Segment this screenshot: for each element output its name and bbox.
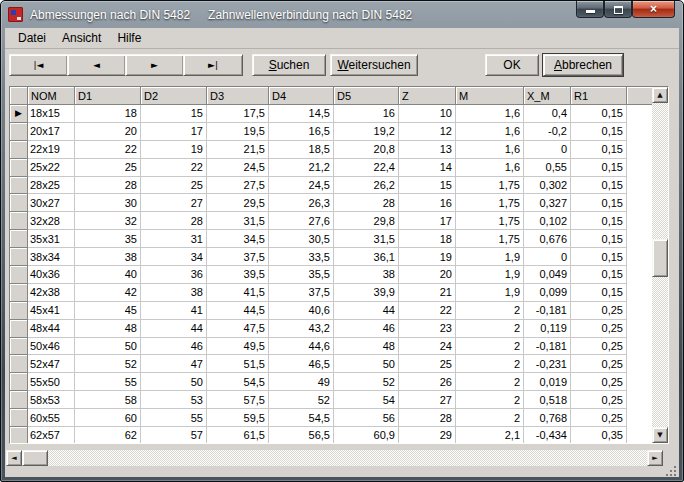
cell-x_m[interactable]: -0,434 [524,427,571,443]
cell-d4[interactable]: 43,2 [269,320,334,338]
cell-d2[interactable]: 31 [141,230,207,248]
column-header-d4[interactable]: D4 [269,87,334,105]
cell-d5[interactable]: 54 [334,391,399,409]
table-row[interactable]: 42x38423841,537,539,9211,90,0990,15 [10,284,652,302]
table-row[interactable]: 58x53585357,552542720,5180,25 [10,391,652,409]
next-record-button[interactable]: ► [125,54,184,76]
row-selector[interactable] [10,123,28,141]
cell-z[interactable]: 29 [399,427,456,443]
table-row[interactable]: 50x46504649,544,648242-0,1810,25 [10,338,652,356]
cell-m[interactable]: 1,75 [456,230,524,248]
cell-d3[interactable]: 57,5 [207,391,269,409]
cell-z[interactable]: 19 [399,248,456,266]
scroll-up-button[interactable]: ▲ [652,87,668,103]
cell-r1[interactable]: 0,15 [571,266,627,284]
row-selector[interactable] [10,391,28,409]
cell-d4[interactable]: 24,5 [269,177,334,195]
table-row[interactable]: 28x25282527,524,526,2151,750,3020,15 [10,177,652,195]
row-selector[interactable] [10,427,28,443]
cell-d4[interactable]: 26,3 [269,194,334,212]
cell-d3[interactable]: 21,5 [207,141,269,159]
row-selector[interactable] [10,284,28,302]
column-header-d5[interactable]: D5 [334,87,399,105]
cell-r1[interactable]: 0,25 [571,320,627,338]
cell-nom[interactable]: 60x55 [28,409,75,427]
cell-x_m[interactable]: 0,55 [524,159,571,177]
cell-x_m[interactable]: -0,181 [524,338,571,356]
cell-d2[interactable]: 19 [141,141,207,159]
cell-m[interactable]: 2 [456,355,524,373]
cell-d5[interactable]: 56 [334,409,399,427]
cell-x_m[interactable]: 0,099 [524,284,571,302]
cell-m[interactable]: 2 [456,302,524,320]
row-selector[interactable] [10,230,28,248]
cell-d2[interactable]: 34 [141,248,207,266]
table-row[interactable]: 30x27302729,526,328161,750,3270,15 [10,194,652,212]
cell-d2[interactable]: 38 [141,284,207,302]
cell-z[interactable]: 10 [399,105,456,123]
cell-nom[interactable]: 38x34 [28,248,75,266]
cell-d3[interactable]: 51,5 [207,355,269,373]
cell-z[interactable]: 22 [399,302,456,320]
cell-z[interactable]: 17 [399,212,456,230]
cell-d3[interactable]: 49,5 [207,338,269,356]
cell-r1[interactable]: 0,25 [571,338,627,356]
cell-d1[interactable]: 48 [75,320,141,338]
cell-m[interactable]: 1,6 [456,141,524,159]
cell-d3[interactable]: 27,5 [207,177,269,195]
cell-d1[interactable]: 62 [75,427,141,443]
cell-d4[interactable]: 49 [269,373,334,391]
cell-m[interactable]: 1,6 [456,123,524,141]
table-row[interactable]: 60x55605559,554,5562820,7680,25 [10,409,652,427]
cell-x_m[interactable]: 0,019 [524,373,571,391]
horizontal-scroll-thumb[interactable] [22,450,48,466]
column-header-z[interactable]: Z [399,87,456,105]
cell-z[interactable]: 20 [399,266,456,284]
cell-d5[interactable]: 38 [334,266,399,284]
table-row[interactable]: 40x36403639,535,538201,90,0490,15 [10,266,652,284]
horizontal-scroll-track[interactable] [22,450,647,466]
cell-d3[interactable]: 41,5 [207,284,269,302]
cell-d1[interactable]: 52 [75,355,141,373]
cell-r1[interactable]: 0,15 [571,105,627,123]
cell-x_m[interactable]: 0,518 [524,391,571,409]
cell-d5[interactable]: 60,9 [334,427,399,443]
row-selector[interactable] [10,409,28,427]
cell-d5[interactable]: 44 [334,302,399,320]
column-header-d3[interactable]: D3 [207,87,269,105]
cell-r1[interactable]: 0,15 [571,284,627,302]
cell-d3[interactable]: 59,5 [207,409,269,427]
row-selector[interactable] [10,338,28,356]
cell-z[interactable]: 15 [399,177,456,195]
vertical-scrollbar[interactable]: ▲ ▼ [652,87,668,443]
cell-r1[interactable]: 0,15 [571,123,627,141]
cell-r1[interactable]: 0,15 [571,194,627,212]
cell-d4[interactable]: 18,5 [269,141,334,159]
cell-x_m[interactable]: 0,4 [524,105,571,123]
scroll-down-button[interactable]: ▼ [652,427,668,443]
row-selector[interactable] [10,177,28,195]
cell-x_m[interactable]: 0,119 [524,320,571,338]
ok-button[interactable]: OK [485,54,539,76]
cell-d4[interactable]: 54,5 [269,409,334,427]
row-selector[interactable] [10,373,28,391]
cell-m[interactable]: 2 [456,373,524,391]
cell-d4[interactable]: 14,5 [269,105,334,123]
cell-d2[interactable]: 36 [141,266,207,284]
cell-d2[interactable]: 22 [141,159,207,177]
cell-d1[interactable]: 55 [75,373,141,391]
table-row[interactable]: 22x19221921,518,520,8131,600,15 [10,141,652,159]
cell-r1[interactable]: 0,15 [571,141,627,159]
cell-d2[interactable]: 41 [141,302,207,320]
table-row[interactable]: 52x47524751,546,550252-0,2310,25 [10,355,652,373]
cell-m[interactable]: 1,6 [456,159,524,177]
cell-z[interactable]: 13 [399,141,456,159]
cell-d3[interactable]: 44,5 [207,302,269,320]
column-header-d1[interactable]: D1 [75,87,141,105]
cell-z[interactable]: 21 [399,284,456,302]
cell-d3[interactable]: 19,5 [207,123,269,141]
cell-x_m[interactable]: -0,181 [524,302,571,320]
last-record-button[interactable]: ►| [183,54,243,76]
cell-d4[interactable]: 40,6 [269,302,334,320]
cell-r1[interactable]: 0,15 [571,248,627,266]
